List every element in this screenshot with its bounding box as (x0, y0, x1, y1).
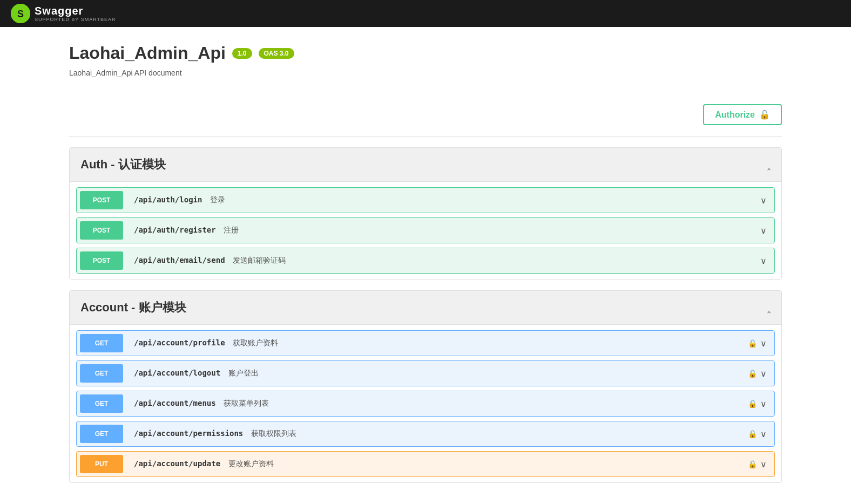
endpoint-desc-account-3: 获取权限列表 (251, 429, 296, 438)
api-title: Laohai_Admin_Api (69, 43, 226, 63)
endpoint-path-account-0: /api/account/profile 获取账户资料 (126, 333, 748, 353)
endpoint-desc-account-4: 更改账户资料 (228, 459, 274, 468)
lock-icon-account-0: 🔒 (748, 339, 757, 348)
method-badge-account-2: GET (80, 394, 123, 413)
endpoint-chevron-account-4: ∨ (760, 459, 767, 469)
lock-icon-account-1: 🔒 (748, 369, 757, 378)
endpoint-row-account-4[interactable]: PUT /api/account/update 更改账户资料 🔒 ∨ (76, 451, 775, 477)
api-group-header-auth[interactable]: Auth - 认证模块 ‸ (70, 148, 781, 182)
endpoint-actions-auth-2: ∨ (760, 256, 774, 266)
endpoint-row-account-2[interactable]: GET /api/account/menus 获取菜单列表 🔒 ∨ (76, 391, 775, 417)
endpoint-url-auth-1: /api/auth/register (134, 226, 216, 234)
endpoint-url-auth-2: /api/auth/email/send (134, 256, 225, 264)
version-badge: 1.0 (232, 48, 252, 59)
swagger-logo: S Swagger SUPPORTED BY SMARTBEAR (11, 4, 116, 23)
method-badge-account-3: GET (80, 425, 123, 443)
endpoint-url-account-2: /api/account/menus (134, 399, 216, 407)
group-title-auth: Auth - 认证模块 (80, 156, 166, 173)
lock-icon: 🔓 (759, 110, 770, 120)
brand-name: Swagger (35, 5, 83, 17)
endpoint-actions-account-4: 🔒 ∨ (748, 459, 774, 469)
top-bar: S Swagger SUPPORTED BY SMARTBEAR (0, 0, 851, 27)
endpoint-actions-account-3: 🔒 ∨ (748, 429, 774, 439)
api-group-account: Account - 账户模块 ‸ GET /api/account/profil… (69, 290, 782, 483)
endpoint-path-account-4: /api/account/update 更改账户资料 (126, 454, 748, 474)
endpoint-chevron-auth-1: ∨ (760, 226, 767, 236)
endpoint-path-auth-0: /api/auth/login 登录 (126, 190, 760, 210)
brand-sub: SUPPORTED BY SMARTBEAR (35, 17, 116, 22)
endpoint-url-account-3: /api/account/permissions (134, 429, 243, 438)
api-group-header-account[interactable]: Account - 账户模块 ‸ (70, 291, 781, 325)
endpoint-path-account-3: /api/account/permissions 获取权限列表 (126, 424, 748, 444)
endpoint-url-account-0: /api/account/profile (134, 338, 225, 347)
main-content: Laohai_Admin_Api 1.0 OAS 3.0 Laohai_Admi… (48, 27, 803, 504)
endpoint-chevron-auth-2: ∨ (760, 256, 767, 266)
authorize-button[interactable]: Authorize 🔓 (703, 104, 782, 125)
endpoint-desc-auth-0: 登录 (210, 195, 225, 204)
endpoint-row-account-3[interactable]: GET /api/account/permissions 获取权限列表 🔒 ∨ (76, 421, 775, 447)
endpoint-row-auth-1[interactable]: POST /api/auth/register 注册 ∨ (76, 217, 775, 243)
endpoint-chevron-account-3: ∨ (760, 429, 767, 439)
brand-text-group: Swagger SUPPORTED BY SMARTBEAR (35, 5, 116, 22)
endpoint-chevron-auth-0: ∨ (760, 195, 767, 206)
endpoint-actions-account-2: 🔒 ∨ (748, 399, 774, 409)
endpoint-chevron-account-0: ∨ (760, 338, 767, 349)
endpoint-actions-account-0: 🔒 ∨ (748, 338, 774, 349)
endpoint-path-account-2: /api/account/menus 获取菜单列表 (126, 393, 748, 414)
group-chevron-auth: ‸ (767, 159, 771, 171)
endpoint-url-auth-0: /api/auth/login (134, 195, 202, 204)
endpoint-path-account-1: /api/account/logout 账户登出 (126, 363, 748, 384)
authorize-label: Authorize (715, 110, 755, 120)
endpoint-row-account-1[interactable]: GET /api/account/logout 账户登出 🔒 ∨ (76, 360, 775, 386)
endpoint-desc-auth-1: 注册 (224, 226, 239, 234)
oas-badge: OAS 3.0 (259, 48, 294, 59)
method-badge-auth-1: POST (80, 221, 123, 240)
api-group-auth: Auth - 认证模块 ‸ POST /api/auth/login 登录 ∨ … (69, 147, 782, 280)
api-groups-container: Auth - 认证模块 ‸ POST /api/auth/login 登录 ∨ … (69, 147, 782, 483)
method-badge-account-0: GET (80, 334, 123, 352)
method-badge-auth-0: POST (80, 191, 123, 209)
endpoint-desc-auth-2: 发送邮箱验证码 (233, 256, 286, 264)
endpoint-url-account-1: /api/account/logout (134, 369, 220, 377)
group-title-account: Account - 账户模块 (80, 299, 186, 316)
endpoints-auth: POST /api/auth/login 登录 ∨ POST /api/auth… (70, 182, 781, 279)
api-description: Laohai_Admin_Api API document (69, 69, 782, 77)
endpoint-row-account-0[interactable]: GET /api/account/profile 获取账户资料 🔒 ∨ (76, 330, 775, 356)
group-chevron-account: ‸ (767, 302, 771, 314)
svg-text:S: S (17, 9, 24, 19)
endpoint-row-auth-2[interactable]: POST /api/auth/email/send 发送邮箱验证码 ∨ (76, 248, 775, 274)
endpoint-actions-auth-0: ∨ (760, 195, 774, 206)
endpoint-path-auth-1: /api/auth/register 注册 (126, 220, 760, 241)
endpoint-actions-auth-1: ∨ (760, 226, 774, 236)
endpoint-desc-account-1: 账户登出 (228, 369, 259, 377)
lock-icon-account-3: 🔒 (748, 430, 757, 438)
endpoint-actions-account-1: 🔒 ∨ (748, 369, 774, 379)
method-badge-account-1: GET (80, 364, 123, 383)
authorize-section: Authorize 🔓 (69, 93, 782, 137)
endpoint-chevron-account-2: ∨ (760, 399, 767, 409)
api-title-row: Laohai_Admin_Api 1.0 OAS 3.0 (69, 43, 782, 63)
endpoint-url-account-4: /api/account/update (134, 459, 220, 468)
endpoint-path-auth-2: /api/auth/email/send 发送邮箱验证码 (126, 250, 760, 271)
lock-icon-account-4: 🔒 (748, 460, 757, 468)
method-badge-auth-2: POST (80, 251, 123, 270)
method-badge-account-4: PUT (80, 455, 123, 473)
endpoint-row-auth-0[interactable]: POST /api/auth/login 登录 ∨ (76, 187, 775, 213)
swagger-icon: S (11, 4, 30, 23)
endpoint-desc-account-2: 获取菜单列表 (224, 399, 269, 407)
endpoint-chevron-account-1: ∨ (760, 369, 767, 379)
lock-icon-account-2: 🔒 (748, 399, 757, 408)
endpoint-desc-account-0: 获取账户资料 (233, 338, 278, 347)
endpoints-account: GET /api/account/profile 获取账户资料 🔒 ∨ GET … (70, 325, 781, 482)
